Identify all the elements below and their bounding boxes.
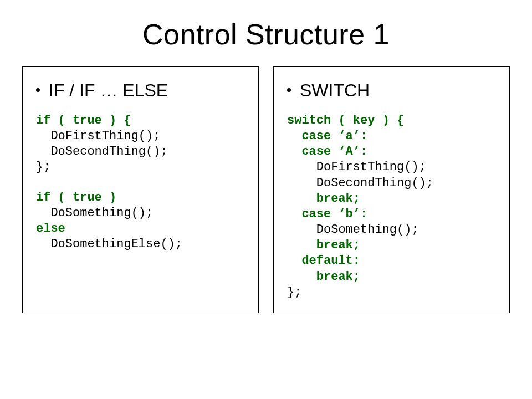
columns-container: IF / IF … ELSE if ( true ) { DoFirstThin… bbox=[22, 66, 510, 313]
left-column: IF / IF … ELSE if ( true ) { DoFirstThin… bbox=[22, 66, 259, 313]
bullet-right-text: SWITCH bbox=[300, 80, 370, 101]
left-code-block-2: if ( true ) DoSomething(); else DoSometh… bbox=[36, 190, 248, 253]
left-code-block-1: if ( true ) { DoFirstThing(); DoSecondTh… bbox=[36, 113, 248, 176]
right-code-block: switch ( key ) { case ‘a’: case ‘A’: DoF… bbox=[287, 113, 499, 300]
bullet-left-text: IF / IF … ELSE bbox=[49, 80, 168, 101]
bullet-right: SWITCH bbox=[287, 80, 499, 101]
right-column: SWITCH switch ( key ) { case ‘a’: case ‘… bbox=[273, 66, 510, 313]
bullet-dot-icon bbox=[287, 88, 291, 92]
bullet-dot-icon bbox=[36, 88, 40, 92]
slide-title: Control Structure 1 bbox=[22, 18, 510, 51]
bullet-left: IF / IF … ELSE bbox=[36, 80, 248, 101]
